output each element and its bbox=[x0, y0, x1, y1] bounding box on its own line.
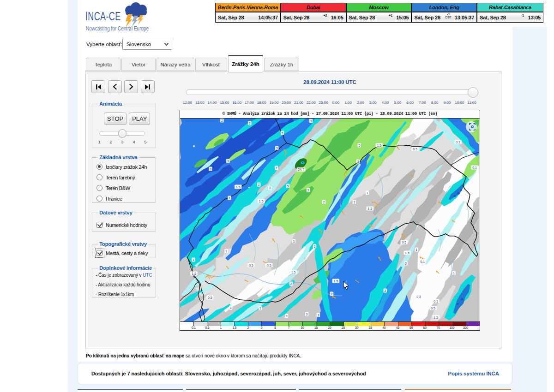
time-tick-12:00: 12:00 bbox=[183, 101, 192, 105]
colorbar-cell bbox=[303, 322, 317, 326]
radio-label: Hranice bbox=[106, 196, 122, 202]
svg-text:0.5: 0.5 bbox=[416, 295, 421, 298]
product-tabs: TeplotaVietorNárazy vetraVlhkosťZrážky 2… bbox=[86, 55, 300, 71]
svg-text:2: 2 bbox=[405, 262, 407, 265]
svg-text:0.1: 0.1 bbox=[456, 141, 460, 144]
radio-circle[interactable] bbox=[96, 164, 102, 170]
tab-Zrážky 1h[interactable]: Zrážky 1h bbox=[264, 58, 299, 71]
tab-Nárazy vetra[interactable]: Nárazy vetra bbox=[157, 58, 194, 71]
radio-Terén B&W[interactable]: Terén B&W bbox=[96, 183, 152, 193]
utc-link[interactable]: UTC bbox=[143, 273, 152, 278]
svg-text:2: 2 bbox=[258, 183, 260, 186]
svg-text:3: 3 bbox=[269, 186, 271, 190]
colorbar-cell bbox=[248, 322, 262, 326]
anim-speed-1: 1 bbox=[98, 140, 100, 144]
svg-text:24.7: 24.7 bbox=[298, 168, 304, 171]
last-frame-button[interactable] bbox=[141, 80, 155, 93]
colorbar-label: 30 bbox=[355, 326, 358, 329]
clock-date: Sat, Sep 28 bbox=[218, 15, 244, 20]
data-layers-fieldset: Dátové vrstvy Numerické hodnoty bbox=[92, 210, 156, 232]
radio-label: Terén farebný bbox=[106, 175, 135, 180]
svg-text:3: 3 bbox=[227, 160, 229, 163]
tab-Vietor[interactable]: Vietor bbox=[121, 58, 156, 71]
colorbar-cell bbox=[439, 322, 453, 326]
colorbar-label: 3 bbox=[261, 326, 263, 329]
svg-text:1: 1 bbox=[193, 258, 194, 261]
animation-speed-handle[interactable] bbox=[118, 129, 126, 138]
fullscreen-icon[interactable] bbox=[466, 121, 477, 132]
clock-city: Berlin-Paris-Vienna-Roma bbox=[216, 3, 280, 12]
radio-circle[interactable] bbox=[96, 196, 102, 202]
colorbar-cell bbox=[398, 322, 412, 326]
radio-Izočiary zrážok 24h[interactable]: Izočiary zrážok 24h bbox=[96, 161, 152, 172]
radio-circle[interactable] bbox=[96, 174, 102, 180]
time-tick-19:00: 19:00 bbox=[269, 101, 278, 105]
clock-city: Moscow bbox=[347, 3, 411, 12]
topo-layers-legend: Topografické vrstvy bbox=[98, 241, 148, 247]
precipitation-map[interactable]: © SHMÚ - Analýza zrážok za 24 hod [mm] -… bbox=[180, 110, 480, 331]
next-frame-button[interactable] bbox=[124, 80, 138, 93]
clock-date: Sat, Sep 28 bbox=[283, 15, 310, 20]
clock-time-value: 13:05 bbox=[528, 15, 541, 20]
inca-description-link[interactable]: Popis systému INCA bbox=[448, 371, 499, 376]
play-button[interactable]: PLAY bbox=[129, 113, 150, 125]
time-slider[interactable] bbox=[186, 89, 476, 95]
current-time-heading: 28.09.2024 11:00 UTC bbox=[180, 79, 480, 85]
svg-text:1: 1 bbox=[453, 272, 455, 275]
svg-text:3: 3 bbox=[249, 122, 251, 125]
checkbox-box[interactable] bbox=[96, 250, 102, 256]
checkbox-Mestá, cesty a rieky[interactable]: Mestá, cesty a rieky bbox=[96, 248, 152, 258]
radio-circle[interactable] bbox=[96, 185, 102, 191]
svg-text:1.5: 1.5 bbox=[377, 144, 381, 147]
time-tick-13:00: 13:00 bbox=[195, 101, 205, 105]
clock-Berlin-Paris-Vienna-Roma: Berlin-Paris-Vienna-RomaSat, Sep 2814:05… bbox=[216, 3, 281, 22]
svg-text:0.5: 0.5 bbox=[402, 241, 406, 244]
colorbar-label: 2 bbox=[247, 326, 249, 329]
colorbar-label: 25 bbox=[342, 326, 345, 329]
clock-date: Sat, Sep 28 bbox=[480, 15, 506, 20]
svg-text:1.5: 1.5 bbox=[291, 271, 296, 274]
radio-Hranice[interactable]: Hranice bbox=[96, 193, 152, 204]
colorbar-cell bbox=[276, 322, 289, 326]
time-tick-14:00: 14:00 bbox=[208, 101, 217, 105]
svg-text:3: 3 bbox=[314, 245, 316, 248]
tab-Vlhkosť[interactable]: Vlhkosť bbox=[195, 58, 227, 71]
time-tick-3:00: 3:00 bbox=[369, 101, 377, 105]
first-frame-button[interactable] bbox=[91, 80, 105, 93]
animation-speed-slider[interactable] bbox=[99, 131, 145, 136]
time-slider-handle[interactable] bbox=[468, 87, 478, 98]
colorbar-label: 40 bbox=[382, 326, 385, 329]
time-tick-8:00: 8:00 bbox=[431, 101, 439, 105]
clock-city: Rabat-Casablanca bbox=[477, 3, 543, 12]
info-line: - Čas je zobrazovaný v UTC bbox=[96, 273, 152, 282]
svg-text:0.5: 0.5 bbox=[208, 296, 212, 299]
colorbar-label: 10 bbox=[301, 326, 304, 329]
tab-Teplota[interactable]: Teplota bbox=[86, 58, 120, 71]
map-click-note: Po kliknutí na jednu vybranú oblasť na m… bbox=[86, 353, 301, 358]
clock-time: Sat, Sep 28+216:05 bbox=[281, 12, 346, 22]
region-select[interactable]: Slovensko bbox=[122, 39, 172, 50]
clock-utc-offset: -1 bbox=[520, 14, 525, 18]
info-line: - Aktualizácia každú hodinu bbox=[96, 282, 152, 292]
checkbox-Numerické hodnoty[interactable]: Numerické hodnoty bbox=[96, 220, 152, 230]
svg-text:5: 5 bbox=[287, 184, 289, 188]
time-tick-15:00: 15:00 bbox=[220, 101, 229, 105]
colorbar-label: 5 bbox=[274, 326, 276, 329]
prev-frame-button[interactable] bbox=[108, 80, 122, 93]
base-layer-legend: Základná vrstva bbox=[98, 154, 138, 160]
map-color-scale-labels: 0.10.511.5235710152025303540455060701003… bbox=[180, 326, 480, 330]
animation-legend: Animácia bbox=[98, 101, 123, 107]
tab-Zrážky 24h[interactable]: Zrážky 24h bbox=[228, 55, 263, 72]
colorbar-label: 300 bbox=[463, 326, 468, 329]
checkbox-box[interactable] bbox=[96, 222, 102, 228]
region-label: Vyberte oblasť: bbox=[86, 42, 122, 47]
radio-Terén farebný[interactable]: Terén farebný bbox=[96, 172, 152, 183]
clock-time-value: 16:05 bbox=[331, 15, 343, 20]
svg-text:2: 2 bbox=[221, 119, 223, 122]
data-layers-legend: Dátové vrstvy bbox=[98, 210, 134, 215]
svg-text:3: 3 bbox=[318, 314, 319, 317]
stop-button[interactable]: STOP bbox=[104, 113, 126, 125]
map-color-scale bbox=[180, 321, 480, 326]
frame-nav-buttons bbox=[91, 80, 155, 93]
time-tick-9:00: 9:00 bbox=[444, 101, 451, 105]
